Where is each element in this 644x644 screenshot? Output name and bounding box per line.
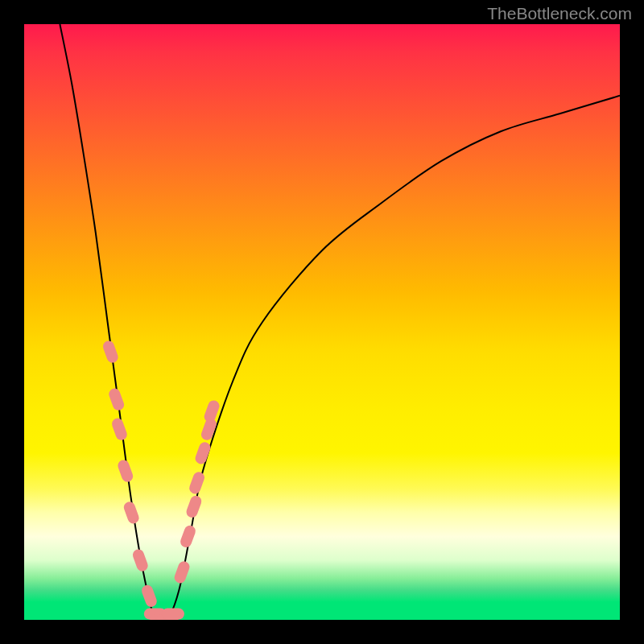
chart-plot-area: [24, 24, 620, 620]
curve-line: [60, 24, 620, 620]
watermark-text: TheBottleneck.com: [487, 4, 632, 23]
data-marker: [162, 609, 184, 620]
data-marker: [179, 524, 197, 549]
data-marker: [131, 547, 150, 572]
data-marker: [140, 584, 159, 609]
data-markers: [101, 339, 221, 620]
data-marker: [188, 470, 206, 495]
data-marker: [173, 559, 192, 584]
data-marker: [101, 339, 120, 364]
data-marker: [116, 458, 134, 483]
data-marker: [122, 500, 141, 525]
bottleneck-curve-svg: [24, 24, 620, 620]
data-marker: [194, 440, 213, 465]
data-marker: [107, 387, 126, 412]
data-marker: [185, 494, 204, 519]
data-marker: [110, 417, 129, 442]
